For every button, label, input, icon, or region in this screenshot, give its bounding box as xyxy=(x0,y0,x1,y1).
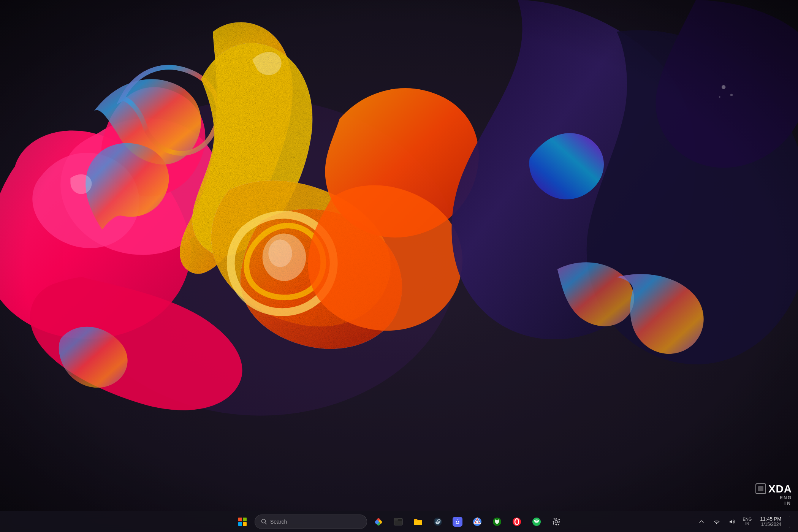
language-eng-label: ENG xyxy=(743,517,752,522)
system-tray: ENG IN xyxy=(695,514,754,529)
taskbar-icon-xbox[interactable] xyxy=(489,513,505,530)
file-explorer-icon xyxy=(393,517,403,527)
svg-point-33 xyxy=(555,520,558,523)
svg-point-23 xyxy=(456,521,457,522)
svg-rect-17 xyxy=(394,518,398,521)
tray-chevron-button[interactable] xyxy=(695,515,708,529)
svg-rect-22 xyxy=(453,517,462,527)
clock-date: 1/15/2024 xyxy=(761,522,781,527)
taskbar-icon-opera[interactable] xyxy=(508,513,525,530)
google-photos-icon xyxy=(374,517,383,527)
clock-time: 11:45 PM xyxy=(760,516,781,522)
start-button[interactable] xyxy=(233,513,252,531)
tray-language-button[interactable]: ENG IN xyxy=(740,514,754,529)
taskbar-icon-discord[interactable] xyxy=(449,513,466,530)
svg-rect-18 xyxy=(394,521,402,525)
tray-wifi-button[interactable] xyxy=(710,515,724,529)
taskbar-icon-chrome[interactable] xyxy=(469,513,486,530)
taskbar-icon-spotify[interactable] xyxy=(528,513,545,530)
taskbar-icon-settings[interactable] xyxy=(548,513,565,530)
desktop: XDA ENG IN Se xyxy=(0,0,798,532)
steam-icon xyxy=(433,517,443,527)
volume-icon xyxy=(728,518,735,525)
windows-logo-icon xyxy=(238,518,247,526)
clock-area[interactable]: 11:45 PM 1/15/2024 xyxy=(757,516,784,527)
tray-volume-button[interactable] xyxy=(725,515,739,529)
folder-icon xyxy=(413,517,423,527)
discord-icon xyxy=(453,517,462,527)
search-text: Search xyxy=(270,519,287,525)
taskbar-icon-folder[interactable] xyxy=(410,513,426,530)
taskbar-center: Search xyxy=(233,513,565,531)
search-bar[interactable]: Search xyxy=(255,515,367,529)
chevron-up-icon xyxy=(699,519,704,524)
svg-rect-9 xyxy=(0,0,798,532)
taskbar-icon-google-photos[interactable] xyxy=(370,513,387,530)
xda-logo-text: XDA xyxy=(768,483,792,496)
taskbar-icon-file-explorer[interactable] xyxy=(390,513,407,530)
language-in-label: IN xyxy=(745,522,749,526)
taskbar-icon-steam[interactable] xyxy=(429,513,446,530)
spotify-icon xyxy=(532,517,542,527)
wifi-icon xyxy=(713,518,720,525)
search-icon xyxy=(261,519,267,525)
xda-sub-text: ENG xyxy=(755,495,792,500)
taskbar-right: ENG IN 11:45 PM 1/15/2024 xyxy=(695,514,792,529)
svg-line-11 xyxy=(265,522,267,524)
svg-point-15 xyxy=(375,520,379,524)
wallpaper xyxy=(0,0,798,532)
chrome-icon xyxy=(472,517,482,527)
svg-point-24 xyxy=(458,521,459,522)
xda-watermark: XDA ENG IN xyxy=(755,483,792,506)
settings-icon xyxy=(552,517,561,526)
taskbar: Search xyxy=(0,511,798,532)
opera-icon xyxy=(512,517,522,527)
show-desktop-button[interactable] xyxy=(789,516,792,528)
svg-point-32 xyxy=(532,518,541,526)
svg-point-28 xyxy=(476,521,478,523)
xbox-icon xyxy=(492,517,502,527)
xda-in-text: IN xyxy=(755,501,792,506)
